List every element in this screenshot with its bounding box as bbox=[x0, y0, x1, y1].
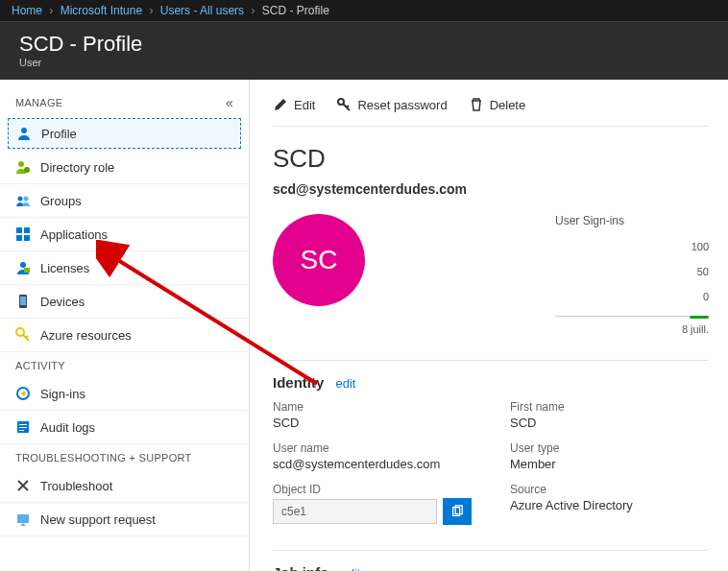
pencil-icon bbox=[273, 97, 288, 112]
profile-email: scd@systemcenterdudes.com bbox=[273, 181, 709, 197]
breadcrumb-intune[interactable]: Microsoft Intune bbox=[61, 4, 142, 17]
sidebar-item-label: Profile bbox=[41, 127, 77, 141]
divider bbox=[273, 550, 709, 551]
svg-rect-8 bbox=[24, 235, 30, 241]
sidebar-item-directory-role[interactable]: Directory role bbox=[0, 151, 249, 184]
sidebar-section-label: MANAGE bbox=[15, 97, 62, 108]
section-title-text: Job info bbox=[273, 564, 328, 571]
sidebar-item-groups[interactable]: Groups bbox=[0, 184, 249, 218]
field-value-firstname: SCD bbox=[510, 416, 709, 430]
signins-label: User Sign-ins bbox=[555, 214, 709, 227]
avatar: SC bbox=[273, 214, 365, 306]
sidebar-item-new-support-request[interactable]: New support request bbox=[0, 503, 249, 536]
sidebar-item-licenses[interactable]: Licenses bbox=[0, 251, 249, 285]
key-icon bbox=[15, 327, 31, 343]
delete-button[interactable]: Delete bbox=[469, 97, 526, 112]
sidebar-item-label: New support request bbox=[40, 512, 156, 527]
breadcrumb-home[interactable]: Home bbox=[12, 4, 42, 17]
signins-tick: 50 bbox=[555, 266, 709, 277]
svg-rect-5 bbox=[16, 227, 22, 233]
sidebar-item-profile[interactable]: Profile bbox=[8, 118, 241, 149]
svg-point-2 bbox=[24, 167, 30, 173]
support-icon bbox=[15, 512, 31, 527]
svg-rect-18 bbox=[19, 430, 24, 431]
sidebar-section-activity: ACTIVITY bbox=[0, 352, 249, 377]
chevron-right-icon: › bbox=[149, 4, 153, 17]
jobinfo-section-title: Job info edit bbox=[273, 564, 709, 571]
sidebar-section-label: TROUBLESHOOTING + SUPPORT bbox=[15, 452, 192, 464]
sidebar-item-audit-logs[interactable]: Audit logs bbox=[0, 411, 249, 444]
field-label: First name bbox=[510, 400, 709, 414]
sidebar: MANAGE « Profile Directory role Groups A… bbox=[0, 80, 250, 571]
field-label: Source bbox=[510, 483, 709, 496]
edit-button[interactable]: Edit bbox=[273, 97, 315, 112]
profile-display-name: SCD bbox=[273, 144, 709, 174]
sidebar-section-label: ACTIVITY bbox=[15, 360, 65, 371]
device-icon bbox=[15, 294, 31, 309]
sidebar-item-devices[interactable]: Devices bbox=[0, 285, 249, 319]
svg-point-1 bbox=[18, 161, 24, 167]
field-value-username: scd@systemcenterdudes.com bbox=[273, 457, 472, 471]
field-label: User type bbox=[510, 441, 709, 455]
sidebar-item-troubleshoot[interactable]: Troubleshoot bbox=[0, 469, 249, 503]
sidebar-item-label: Groups bbox=[40, 194, 82, 208]
svg-rect-19 bbox=[17, 514, 29, 523]
page-header: SCD - Profile User bbox=[0, 22, 728, 80]
key-icon bbox=[336, 97, 352, 112]
field-value-usertype: Member bbox=[510, 457, 709, 471]
sidebar-item-applications[interactable]: Applications bbox=[0, 218, 249, 251]
groups-icon bbox=[15, 193, 31, 208]
copy-icon bbox=[450, 505, 464, 518]
identity-edit-link[interactable]: edit bbox=[336, 376, 356, 391]
jobinfo-edit-link[interactable]: edit bbox=[341, 566, 361, 571]
breadcrumb-users[interactable]: Users - All users bbox=[160, 4, 244, 17]
sidebar-item-azure-resources[interactable]: Azure resources bbox=[0, 319, 249, 352]
svg-point-3 bbox=[18, 197, 23, 202]
breadcrumb-current: SCD - Profile bbox=[262, 4, 329, 17]
svg-rect-6 bbox=[24, 227, 30, 233]
svg-rect-10 bbox=[24, 268, 30, 273]
chevron-right-icon: › bbox=[49, 4, 53, 17]
main-content: Edit Reset password Delete SCD scd@syste… bbox=[250, 80, 728, 571]
svg-rect-17 bbox=[19, 427, 27, 428]
sidebar-item-signins[interactable]: Sign-ins bbox=[0, 377, 249, 411]
sidebar-item-label: Licenses bbox=[40, 261, 89, 275]
toolbar-label: Reset password bbox=[357, 98, 447, 112]
svg-rect-16 bbox=[19, 424, 27, 425]
signins-date: 8 juill. bbox=[555, 323, 709, 335]
signins-chart: User Sign-ins 100 50 0 8 juill. bbox=[555, 214, 709, 335]
field-value-source: Azure Active Directory bbox=[510, 498, 709, 512]
page-title: SCD - Profile bbox=[19, 32, 709, 57]
logs-icon bbox=[15, 419, 31, 435]
sidebar-item-label: Sign-ins bbox=[40, 387, 85, 401]
toolbar-label: Delete bbox=[490, 98, 526, 112]
sidebar-item-label: Azure resources bbox=[40, 328, 132, 343]
breadcrumb: Home › Microsoft Intune › Users - All us… bbox=[0, 0, 728, 22]
copy-button[interactable] bbox=[443, 498, 472, 525]
svg-rect-7 bbox=[16, 235, 22, 241]
reset-password-button[interactable]: Reset password bbox=[336, 97, 447, 112]
sidebar-item-label: Audit logs bbox=[40, 420, 95, 435]
role-icon bbox=[15, 159, 31, 175]
sidebar-item-label: Directory role bbox=[40, 160, 114, 175]
object-id-input[interactable] bbox=[273, 499, 437, 524]
apps-icon bbox=[15, 226, 31, 242]
signins-tick: 0 bbox=[555, 291, 709, 302]
sidebar-item-label: Troubleshoot bbox=[40, 479, 112, 493]
section-title-text: Identity bbox=[273, 374, 324, 391]
svg-rect-12 bbox=[20, 297, 26, 305]
signin-icon bbox=[15, 386, 31, 401]
signins-axis bbox=[555, 316, 709, 320]
svg-point-0 bbox=[21, 128, 27, 133]
identity-section-title: Identity edit bbox=[273, 374, 709, 391]
field-label: User name bbox=[273, 441, 472, 455]
svg-point-9 bbox=[20, 262, 26, 268]
svg-point-13 bbox=[16, 328, 24, 336]
license-icon bbox=[15, 260, 31, 275]
collapse-icon[interactable]: « bbox=[226, 95, 233, 110]
person-icon bbox=[16, 126, 32, 141]
page-subtitle: User bbox=[19, 57, 709, 68]
svg-point-4 bbox=[24, 197, 29, 202]
field-label: Object ID bbox=[273, 483, 472, 496]
field-value-name: SCD bbox=[273, 416, 472, 430]
